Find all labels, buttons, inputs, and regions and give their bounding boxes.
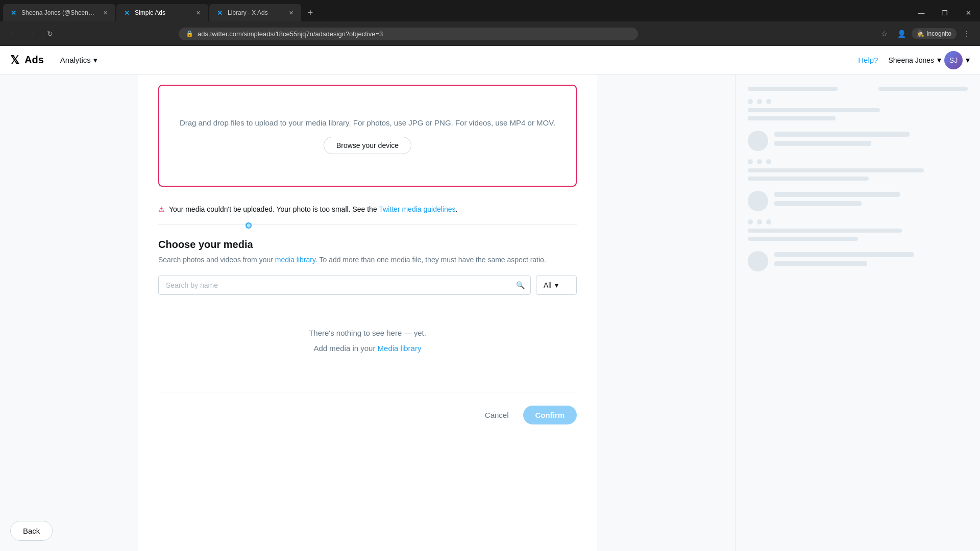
- lock-icon: 🔒: [186, 30, 193, 37]
- toolbar-right: ☆ 👤 🕵 Incognito ⋮: [877, 27, 974, 41]
- skeleton-avatar-1: [748, 131, 768, 151]
- reload-button[interactable]: ↻: [43, 27, 57, 41]
- skeleton-line: [774, 141, 871, 146]
- back-button[interactable]: Back: [10, 521, 53, 541]
- tab-sheena-jones[interactable]: ✕ Sheena Jones (@SheenaJone4... ✕: [3, 4, 115, 21]
- upload-description: Drag and drop files to upload to your me…: [180, 117, 555, 129]
- tab3-favicon: ✕: [215, 9, 224, 17]
- minimize-button[interactable]: —: [910, 4, 933, 21]
- skeleton-bar-2: [878, 87, 968, 91]
- user-info[interactable]: Sheena Jones ▾ SJ ▾: [888, 51, 970, 69]
- back-nav-button[interactable]: ←: [6, 27, 20, 41]
- skeleton-line: [748, 177, 869, 181]
- app-header: 𝕏 Ads Analytics ▾ Help? Sheena Jones ▾ S…: [0, 46, 980, 74]
- window-controls: — ❐ ✕: [910, 4, 980, 21]
- skeleton-row-1: [748, 131, 968, 151]
- bookmark-button[interactable]: ☆: [877, 27, 891, 41]
- skeleton-dot: [757, 159, 762, 164]
- profile-button[interactable]: 👤: [894, 27, 909, 41]
- skeleton-row-3: [748, 251, 968, 271]
- close-window-button[interactable]: ✕: [957, 4, 980, 21]
- empty-state: There's nothing to see here — yet. Add m…: [158, 305, 577, 377]
- menu-button[interactable]: ⋮: [960, 27, 974, 41]
- tab-simple-ads[interactable]: ✕ Simple Ads ✕: [116, 4, 208, 21]
- skeleton-dot: [757, 99, 762, 104]
- analytics-label: Analytics: [60, 56, 91, 64]
- skeleton-line: [748, 168, 924, 172]
- tab2-title: Simple Ads: [135, 9, 190, 16]
- user-chevron-icon: ▾: [937, 55, 941, 65]
- ads-label: Ads: [24, 54, 44, 66]
- tab2-close[interactable]: ✕: [194, 9, 202, 17]
- skeleton-line: [748, 237, 858, 241]
- maximize-button[interactable]: ❐: [933, 4, 957, 21]
- bottom-divider: [158, 392, 577, 392]
- choose-media-title: Choose your media: [158, 239, 577, 251]
- tab-bar: ✕ Sheena Jones (@SheenaJone4... ✕ ✕ Simp…: [0, 0, 980, 21]
- skeleton-dot: [766, 99, 771, 104]
- error-text: Your media couldn't be uploaded. Your ph…: [169, 204, 457, 215]
- search-row: 🔍 All ▾: [158, 276, 577, 295]
- tab3-close[interactable]: ✕: [287, 9, 295, 17]
- avatar: SJ: [944, 51, 963, 69]
- choose-media-description: Search photos and videos from your media…: [158, 255, 577, 265]
- skeleton-avatar-3: [748, 251, 768, 271]
- right-panel-inner: [744, 83, 972, 284]
- tab1-close[interactable]: ✕: [101, 9, 109, 17]
- analytics-chevron-icon: ▾: [93, 56, 97, 65]
- back-button-area: Back: [10, 521, 53, 541]
- skeleton-dot: [748, 99, 753, 104]
- content-area: Drag and drop files to upload to your me…: [138, 74, 597, 551]
- rp-top-bar: [748, 87, 968, 91]
- tab3-title: Library - X Ads: [228, 9, 283, 16]
- skeleton-dot: [766, 159, 771, 164]
- empty-prefix: Add media in your: [314, 344, 378, 353]
- twitter-guidelines-link[interactable]: Twitter media guidelines: [379, 205, 455, 213]
- url-bar[interactable]: 🔒 ads.twitter.com/simpleads/18ce55njq7n/…: [179, 28, 638, 40]
- skeleton-bar-1: [748, 87, 838, 91]
- skeleton-line: [748, 229, 902, 233]
- tab-library[interactable]: ✕ Library - X Ads ✕: [209, 4, 301, 21]
- upload-dropzone[interactable]: Drag and drop files to upload to your me…: [158, 85, 577, 187]
- skeleton-line: [774, 201, 862, 206]
- empty-line2: Add media in your Media library: [168, 341, 567, 356]
- choose-media-section: Choose your media Search photos and vide…: [138, 229, 597, 387]
- browser-chrome: ✕ Sheena Jones (@SheenaJone4... ✕ ✕ Simp…: [0, 0, 980, 46]
- skeleton-text-block-1: [774, 132, 968, 150]
- skeleton-line: [774, 192, 900, 197]
- skeleton-dot: [748, 219, 753, 224]
- filter-chevron-icon: ▾: [555, 281, 558, 289]
- error-suffix: .: [456, 205, 458, 213]
- incognito-indicator: 🕵 Incognito: [912, 28, 957, 39]
- media-library-link[interactable]: media library: [275, 256, 315, 264]
- right-panel: [735, 74, 980, 551]
- skeleton-dot: [757, 219, 762, 224]
- confirm-button[interactable]: Confirm: [523, 406, 577, 424]
- forward-nav-button[interactable]: →: [24, 27, 39, 41]
- skeleton-dots-3: [748, 219, 968, 224]
- incognito-icon: 🕵: [917, 30, 924, 37]
- help-link[interactable]: Help?: [858, 56, 878, 64]
- account-chevron-icon: ▾: [966, 55, 970, 65]
- desc-prefix: Search photos and videos from your: [158, 256, 275, 264]
- skeleton-line: [774, 252, 914, 257]
- action-row: Cancel Confirm: [138, 397, 597, 433]
- analytics-nav[interactable]: Analytics ▾: [54, 52, 104, 69]
- filter-dropdown[interactable]: All ▾: [536, 276, 577, 295]
- section-divider: [158, 224, 577, 224]
- empty-line1: There's nothing to see here — yet.: [168, 325, 567, 341]
- app-logo[interactable]: 𝕏 Ads: [10, 54, 44, 67]
- browse-device-button[interactable]: Browse your device: [324, 137, 411, 154]
- skeleton-line: [748, 116, 836, 120]
- skeleton-text-block-2: [774, 192, 968, 210]
- skeleton-text-block-3: [774, 252, 968, 270]
- media-library-link2[interactable]: Media library: [378, 344, 422, 353]
- skeleton-line: [774, 132, 910, 137]
- avatar-initials: SJ: [949, 56, 958, 64]
- cancel-button[interactable]: Cancel: [477, 407, 517, 423]
- search-input[interactable]: [158, 276, 531, 295]
- upload-section: Drag and drop files to upload to your me…: [138, 74, 597, 197]
- search-box: 🔍: [158, 276, 531, 295]
- new-tab-button[interactable]: +: [302, 4, 318, 21]
- error-container: ⚠ Your media couldn't be uploaded. Your …: [138, 199, 597, 220]
